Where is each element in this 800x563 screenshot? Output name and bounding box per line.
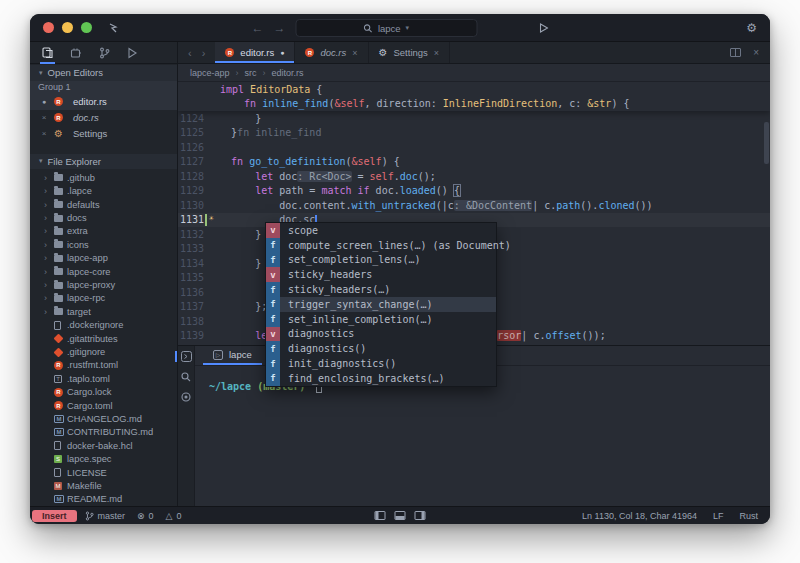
file-tree-item[interactable]: ›docs — [30, 211, 177, 224]
file-tree-item[interactable]: ›.github — [30, 171, 177, 184]
file-explorer-panel-icon[interactable] — [42, 42, 53, 64]
completion-item[interactable]: fdiagnostics() — [266, 341, 496, 356]
git-branch-indicator[interactable]: master — [85, 511, 126, 521]
line-number: 1128 — [178, 171, 204, 182]
language-mode[interactable]: Rust — [739, 511, 758, 521]
sticky-header[interactable]: impl EditorData { fn inline_find(&self, … — [178, 82, 770, 111]
open-editors-header[interactable]: ▾ Open Editors — [30, 65, 177, 81]
file-explorer-header[interactable]: ▾ File Explorer — [30, 154, 177, 170]
problems-panel-icon[interactable] — [181, 392, 191, 402]
editor-tab[interactable]: Reditor.rs● — [215, 42, 295, 63]
terminal-tab[interactable]: ▷ lapce — [203, 346, 262, 365]
editor-mode-badge[interactable]: Insert — [32, 510, 77, 522]
file-tree-item[interactable]: LICENSE — [30, 466, 177, 479]
completion-item[interactable]: fcompute_screen_lines(…) (as Document) — [266, 238, 496, 253]
completion-item[interactable]: vdiagnostics — [266, 327, 496, 342]
file-tree-item[interactable]: ›.lapce — [30, 185, 177, 198]
editor-tab[interactable]: Rdoc.rs× — [295, 42, 368, 63]
code-line[interactable]: 1124 } — [178, 111, 770, 126]
lightbulb-icon[interactable]: ☀ — [209, 215, 214, 223]
cursor-position[interactable]: Ln 1130, Col 18, Char 41964 — [582, 511, 697, 521]
code-line[interactable]: 1130 doc.content.with_untracked(|c: &Doc… — [178, 198, 770, 213]
tab-back-icon[interactable]: ‹ — [188, 47, 192, 59]
open-editor-item[interactable]: ●Reditor.rs — [30, 94, 177, 110]
file-tree-item[interactable]: docker-bake.hcl — [30, 439, 177, 452]
warning-count[interactable]: △ 0 — [166, 511, 182, 521]
close-editor-icon[interactable]: × — [753, 47, 759, 58]
plugins-panel-icon[interactable] — [70, 42, 82, 64]
minimize-window-button[interactable] — [62, 22, 73, 33]
open-editor-item[interactable]: ×Rdoc.rs — [30, 110, 177, 126]
file-tree-item[interactable]: ›defaults — [30, 198, 177, 211]
completion-item[interactable]: vscope — [266, 223, 496, 238]
code-line[interactable]: impl EditorData { — [178, 82, 770, 97]
toggle-bottom-panel-icon[interactable] — [395, 511, 406, 520]
close-icon[interactable]: × — [40, 129, 48, 138]
file-tree-item[interactable]: MMakefile — [30, 479, 177, 492]
file-tree-label: README.md — [67, 494, 122, 504]
source-control-panel-icon[interactable] — [99, 42, 110, 64]
file-tree-item[interactable]: ›lapce-core — [30, 265, 177, 278]
toggle-right-panel-icon[interactable] — [415, 511, 426, 520]
close-window-button[interactable] — [43, 22, 54, 33]
split-editor-icon[interactable] — [730, 48, 741, 57]
toggle-left-panel-icon[interactable] — [375, 511, 386, 520]
file-tree-item[interactable]: ›lapce-app — [30, 252, 177, 265]
file-tree-item[interactable]: R.rustfmt.toml — [30, 359, 177, 372]
file-tree-item[interactable]: ›extra — [30, 225, 177, 238]
file-tree-item[interactable]: .gitattributes — [30, 332, 177, 345]
code-line[interactable]: 1125 }fn inline_find — [178, 126, 770, 141]
zoom-window-button[interactable] — [81, 22, 92, 33]
status-bar: Insert master ⊗ 0 △ 0 Ln 1130, Col 18, C… — [30, 506, 770, 524]
completion-item[interactable]: ftrigger_syntax_change(…) — [266, 297, 496, 312]
debug-panel-icon[interactable] — [127, 42, 138, 64]
completion-item[interactable]: fset_inline_completion(…) — [266, 312, 496, 327]
completion-item[interactable]: ffind_enclosing_brackets(…) — [266, 371, 496, 386]
file-tree-item[interactable]: RCargo.lock — [30, 385, 177, 398]
code-line[interactable]: 1127 fn go_to_definition(&self) { — [178, 155, 770, 170]
error-count[interactable]: ⊗ 0 — [137, 511, 154, 521]
breadcrumb-segment[interactable]: editor.rs — [272, 68, 304, 78]
breadcrumb-segment[interactable]: lapce-app — [190, 68, 230, 78]
close-icon[interactable]: × — [434, 48, 439, 58]
file-tree-item[interactable]: T.taplo.toml — [30, 372, 177, 385]
settings-gear-icon[interactable]: ⚙ — [746, 21, 770, 35]
file-tree-item[interactable]: ›target — [30, 305, 177, 318]
workspace-search[interactable]: lapce ▾ — [296, 19, 478, 37]
file-tree-item[interactable]: .dockerignore — [30, 319, 177, 332]
file-tree-item[interactable]: ›lapce-rpc — [30, 292, 177, 305]
editor-tab[interactable]: ⚙Settings× — [369, 42, 451, 63]
rust-file-icon: R — [54, 113, 67, 122]
code-line[interactable]: 1128 let doc: Rc<Doc> = self.doc(); — [178, 169, 770, 184]
back-arrow-icon[interactable]: ← — [252, 22, 264, 34]
file-tree-item[interactable]: Slapce.spec — [30, 452, 177, 465]
file-tree-item[interactable]: ›lapce-proxy — [30, 278, 177, 291]
terminal-panel-icon[interactable] — [181, 351, 192, 362]
gear-icon: ⚙ — [379, 48, 388, 58]
file-tree-item[interactable]: ›icons — [30, 238, 177, 251]
search-panel-icon[interactable] — [181, 372, 191, 382]
completion-item[interactable]: fset_completion_lens(…) — [266, 253, 496, 268]
file-tree-item[interactable]: MCHANGELOG.md — [30, 412, 177, 425]
line-number: 1131 — [178, 214, 204, 225]
close-icon[interactable]: × — [40, 113, 48, 122]
run-button[interactable] — [540, 19, 549, 37]
code-text: fn go_to_definition(&self) { — [207, 156, 400, 167]
code-line[interactable]: fn inline_find(&self, direction: InlineF… — [178, 97, 770, 112]
code-line[interactable]: 1129 let path = match if doc.loaded() { — [178, 184, 770, 199]
editor-scrollbar[interactable] — [764, 122, 769, 164]
tab-forward-icon[interactable]: › — [202, 47, 206, 59]
completion-item[interactable]: fsticky_headers(…) — [266, 282, 496, 297]
forward-arrow-icon[interactable]: → — [274, 22, 286, 34]
open-editor-item[interactable]: ×⚙Settings — [30, 126, 177, 142]
close-icon[interactable]: × — [352, 48, 357, 58]
file-tree-item[interactable]: RCargo.toml — [30, 399, 177, 412]
completion-item[interactable]: vsticky_headers — [266, 267, 496, 282]
file-tree-item[interactable]: MCONTRIBUTING.md — [30, 426, 177, 439]
code-line[interactable]: 1126 — [178, 140, 770, 155]
completion-item[interactable]: finit_diagnostics() — [266, 356, 496, 371]
breadcrumb-segment[interactable]: src — [245, 68, 257, 78]
file-tree-item[interactable]: .gitignore — [30, 345, 177, 358]
file-tree-item[interactable]: MREADME.md — [30, 493, 177, 506]
line-ending[interactable]: LF — [713, 511, 724, 521]
